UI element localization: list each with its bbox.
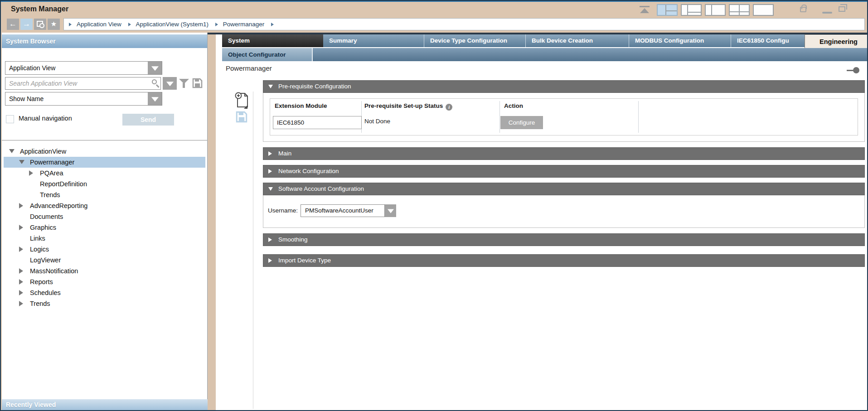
column-header-prerequisite-status: Pre-requisite Set-up Statusi [364, 99, 452, 113]
section-collapsed-icon [268, 151, 272, 156]
section-prerequisite-configuration[interactable]: Pre-requisite Configuration [263, 80, 865, 93]
collapse-arrow-icon[interactable] [19, 268, 23, 274]
tree-item-applicationview[interactable]: ApplicationView [2, 146, 207, 157]
minimize-icon[interactable] [822, 12, 832, 14]
manual-navigation-checkbox[interactable] [6, 115, 14, 123]
extension-module-input[interactable]: IEC61850 [273, 116, 362, 129]
layout-quad-icon[interactable] [657, 4, 678, 16]
prerequisite-section-body: Extension Module Pre-requisite Set-up St… [263, 93, 865, 142]
save-search-icon[interactable] [192, 78, 203, 88]
column-header-extension-module: Extension Module [275, 99, 327, 113]
collapse-arrow-icon[interactable] [19, 290, 23, 295]
tree-item-schedules[interactable]: Schedules [2, 287, 207, 298]
lock-icon[interactable] [800, 7, 806, 12]
section-network-configuration[interactable]: Network Configuration [263, 165, 865, 178]
layout-left-split-icon[interactable] [681, 4, 702, 16]
tab-device-type-configuration[interactable]: Device Type Configuration [424, 34, 525, 47]
main-tab-bar: System Summary Device Type Configuration… [222, 34, 868, 47]
pin-indicator-icon[interactable] [847, 67, 860, 73]
collapse-arrow-icon[interactable] [29, 170, 33, 176]
collapse-arrow-icon[interactable] [19, 301, 23, 306]
breadcrumb-item[interactable]: Application View [77, 21, 121, 28]
back-button[interactable]: ← [7, 19, 19, 30]
tree-item-graphics[interactable]: Graphics [2, 222, 207, 233]
column-divider [638, 101, 639, 133]
tree-item-links[interactable]: Links [2, 233, 207, 244]
layout-grid-icon[interactable] [729, 4, 750, 16]
chevron-down-icon[interactable] [148, 62, 162, 74]
tree-item-pqarea[interactable]: PQArea [2, 168, 207, 179]
section-software-account-configuration[interactable]: Software Account Configuration [263, 183, 865, 195]
tab-iec61850-configuration[interactable]: IEC61850 Configu [731, 34, 805, 47]
sidebar-divider [2, 140, 207, 140]
breadcrumb-arrow-icon [128, 23, 131, 26]
view-selector-combo[interactable]: Application View [5, 61, 162, 75]
tab-modbus-configuration[interactable]: MODBUS Configuration [629, 34, 731, 47]
status-value: Not Done [364, 118, 390, 125]
collapse-panel-icon[interactable] [638, 5, 651, 15]
search-input[interactable]: Search Application View [5, 77, 161, 90]
tree-item-documents[interactable]: Documents [2, 211, 207, 222]
collapse-arrow-icon[interactable] [19, 203, 23, 208]
column-header-action: Action [504, 99, 523, 113]
add-object-icon[interactable] [235, 92, 249, 109]
history-button[interactable] [34, 19, 46, 30]
breadcrumb-item[interactable]: ApplicationView (System1) [136, 21, 209, 28]
tree-item-logviewer[interactable]: LogViewer [2, 255, 207, 266]
expand-arrow-icon[interactable] [19, 160, 24, 164]
section-expanded-icon [268, 85, 273, 88]
layout-single-icon[interactable] [753, 4, 774, 16]
tree-item-advancedreporting[interactable]: AdvancedReporting [2, 200, 207, 211]
collapse-arrow-icon[interactable] [19, 225, 23, 230]
chevron-down-icon[interactable] [385, 204, 396, 217]
tab-system[interactable]: System [222, 34, 323, 47]
manual-navigation-label: Manual navigation [19, 115, 72, 122]
system-browser-panel: System Browser Application View Search A… [2, 33, 208, 399]
tool-column-divider [253, 92, 253, 409]
display-mode-combo[interactable]: Show Name [5, 92, 162, 106]
system-browser-header: System Browser [2, 34, 207, 48]
username-combo[interactable]: PMSoftwareAccountUser [301, 204, 385, 217]
history-icon [37, 21, 43, 27]
favorites-button[interactable]: ★ [48, 19, 60, 30]
panel-splitter[interactable] [208, 33, 216, 411]
save-icon[interactable] [236, 111, 247, 123]
section-main[interactable]: Main [263, 147, 865, 160]
collapse-arrow-icon[interactable] [19, 279, 23, 285]
recently-viewed-header[interactable]: Recently Viewed [2, 399, 216, 410]
breadcrumb-arrow-icon [215, 23, 218, 26]
view-selector-value: Application View [9, 62, 55, 74]
layout-two-pane-icon[interactable] [705, 4, 726, 16]
tree-item-trends-bottom[interactable]: Trends [2, 298, 207, 309]
page-title: Powermanager [226, 64, 272, 72]
tree-item-trends[interactable]: Trends [2, 189, 207, 200]
info-icon[interactable]: i [446, 104, 452, 111]
filter-icon[interactable] [179, 79, 189, 89]
send-button[interactable]: Send [122, 114, 174, 126]
configure-button[interactable]: Configure [500, 116, 543, 129]
section-import-device-type[interactable]: Import Device Type [263, 254, 865, 267]
chevron-down-icon[interactable] [148, 92, 162, 105]
tab-summary[interactable]: Summary [323, 34, 424, 47]
tree-item-powermanager[interactable]: Powermanager [2, 157, 207, 168]
primary-pane: System Summary Device Type Configuration… [216, 33, 868, 411]
forward-button[interactable]: → [20, 19, 33, 30]
tree-item-logics[interactable]: Logics [2, 244, 207, 255]
restore-icon[interactable] [839, 6, 845, 12]
search-placeholder: Search Application View [9, 77, 77, 89]
tree-item-massnotification[interactable]: MassNotification [2, 266, 207, 276]
tab-object-configurator[interactable]: Object Configurator [222, 48, 313, 61]
expand-arrow-icon[interactable] [9, 149, 15, 153]
object-configurator-content: Powermanager Pre-requisite Con [216, 61, 868, 411]
breadcrumb-arrow-icon [271, 23, 274, 26]
engineering-button[interactable]: Engineering [805, 34, 868, 49]
tree-item-reports[interactable]: Reports [2, 276, 207, 287]
username-value: PMSoftwareAccountUser [305, 205, 373, 217]
sub-tab-bar: Object Configurator [222, 48, 868, 61]
tab-bulk-device-creation[interactable]: Bulk Device Creation [525, 34, 629, 47]
collapse-arrow-icon[interactable] [19, 247, 23, 252]
tree-item-reportdefinition[interactable]: ReportDefinition [2, 179, 207, 189]
section-smoothing[interactable]: Smoothing [263, 233, 865, 246]
breadcrumb-item[interactable]: Powermanager [223, 21, 265, 28]
search-dropdown-button[interactable] [163, 77, 177, 90]
